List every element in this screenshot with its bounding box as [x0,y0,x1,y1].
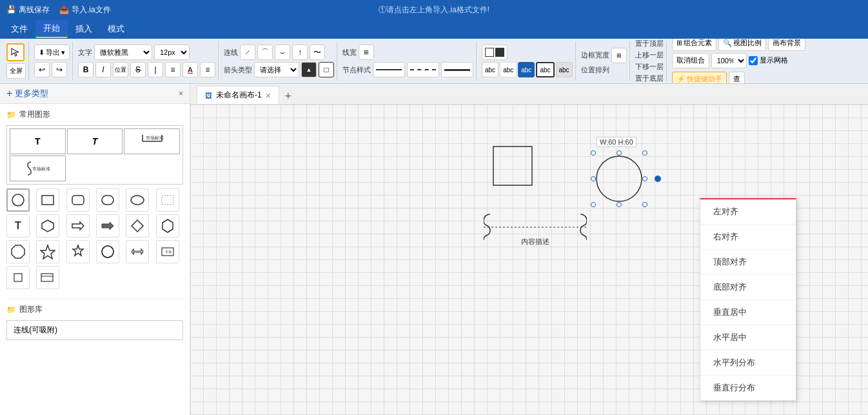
text-style-1[interactable]: abc [482,62,498,77]
conn-line-icon[interactable]: ⟋ [240,45,255,60]
conn-curve2-icon[interactable]: ⌣ [275,45,290,60]
handle-tr[interactable] [642,150,647,156]
tab-close-btn[interactable]: × [266,90,271,101]
font-color-btn[interactable]: A [182,62,198,77]
menu-start[interactable]: 开始 [35,20,68,38]
handle-mr[interactable] [642,176,647,181]
canvas-square[interactable] [490,143,542,195]
handle-bl[interactable] [591,202,596,207]
show-grid-checkbox[interactable] [749,56,758,65]
shape-rect[interactable] [36,188,59,212]
shape-arrow-right-filled[interactable] [96,214,119,238]
shape-arrow-right-outline[interactable] [66,214,90,238]
shape-label[interactable] [36,266,59,289]
handle-br[interactable] [642,202,647,207]
more-types-btn[interactable]: + 更多类型 [6,88,48,99]
text-align-icon[interactable]: ≡ [165,62,181,77]
redo-btn[interactable]: ↪ [52,62,67,77]
shape-star6[interactable] [66,240,90,263]
node-style-solid[interactable] [373,62,405,77]
node-style-thick[interactable] [441,62,473,77]
handle-tl[interactable] [591,150,596,156]
ctx-dist-v[interactable]: 垂直行分布 [700,376,796,400]
canvas-bg-btn[interactable]: 画布背景 [768,39,805,51]
shape-text[interactable]: T [6,214,30,238]
export-btn[interactable]: ⬇ 导出 ▾ [34,45,70,60]
shape-small-process[interactable] [6,266,30,289]
tab-add-btn[interactable]: + [281,88,296,104]
import-button[interactable]: 📥 导入.ia文件 [59,5,111,15]
ctx-left-align[interactable]: 左对齐 [700,199,796,225]
common-section-title[interactable]: 📁 常用图形 [6,109,183,120]
menu-mode[interactable]: 模式 [100,21,132,37]
menu-insert[interactable]: 插入 [68,21,100,37]
handle-tc[interactable] [616,150,622,156]
shape-hexagon2[interactable] [156,214,179,238]
search-btn[interactable]: 查 [729,72,745,85]
conn-wave-icon[interactable]: 〜 [310,45,325,60]
shape-diamond[interactable] [126,214,149,238]
canvas-brace[interactable]: 内容描述 [484,208,587,247]
ungroup-btn[interactable]: 取消组合 [672,53,709,68]
ctx-top-align[interactable]: 顶部对齐 [700,250,796,275]
text-align-right-btn[interactable]: ≡ [200,62,215,77]
handle-bc[interactable] [616,202,622,207]
shape-hexagon[interactable] [36,214,59,238]
text-style-5[interactable]: abc [556,62,573,77]
group-btn[interactable]: ⊞ 组合元素 [672,39,716,51]
italic-btn[interactable]: I [95,62,111,77]
text-underline-btn[interactable]: | [148,62,163,77]
connector-point[interactable] [655,176,661,182]
fill-white-btn[interactable]: □ [319,62,334,77]
conn-curve1-icon[interactable]: ⌒ [257,45,273,60]
shape-ellipse[interactable] [126,188,149,212]
text-shape-item[interactable]: T [10,128,66,154]
shape-process[interactable]: 市场 [156,240,179,263]
bold-btn[interactable]: B [78,62,94,77]
ctx-center-v[interactable]: 垂直居中 [700,300,796,325]
canvas-tab-1[interactable]: 🖼 未命名画布-1 × [197,86,279,104]
panel-close-btn[interactable]: × [179,89,183,98]
menu-file[interactable]: 文件 [3,21,35,37]
shape-rounded-rect2[interactable] [96,188,119,212]
handle-ml[interactable] [591,176,596,181]
canvas[interactable]: W:60 H:60 [190,105,868,415]
save-button[interactable]: 💾 离线保存 [6,5,50,15]
shape-rounded-rect[interactable] [66,188,90,212]
line-color-btn[interactable] [482,45,508,60]
border-width-icon[interactable]: ⊞ [611,48,627,63]
shape-star5[interactable] [36,240,59,263]
node-style-dashed[interactable] [407,62,439,77]
view-ratio-btn[interactable]: 🔍 视图比例 [718,39,766,51]
library-section-title[interactable]: 📁 图形库 [6,304,183,315]
select-tool-btn[interactable] [6,43,25,61]
shape-circle[interactable] [6,188,30,212]
text-style-4[interactable]: abc [536,62,554,77]
ctx-right-align[interactable]: 右对齐 [700,225,796,250]
text-strikethrough-btn[interactable]: S [130,62,146,77]
font-size-select[interactable]: 12px [154,45,190,60]
shape-octagon[interactable] [6,240,30,263]
bracket-shape-item[interactable]: 市场标准 [124,128,180,154]
text-pos-btn[interactable]: 位置 [113,62,128,77]
line-width-icon[interactable]: ⊞ [359,45,374,60]
connector-item[interactable]: 连线(可吸附) [6,320,183,340]
undo-btn[interactable]: ↩ [34,62,50,77]
text-style-3[interactable]: abc [518,62,535,77]
shape-empty[interactable] [156,188,179,212]
shape-octagon2[interactable] [96,240,119,263]
text-italic-item[interactable]: T [67,128,123,154]
shape-arrow-h[interactable] [126,240,149,263]
brace-shape-item[interactable]: 市场标准 [10,156,66,181]
quick-help-btn[interactable]: ⚡ 快捷键助手 [672,72,727,85]
ctx-bottom-align[interactable]: 底部对齐 [700,275,796,300]
fill-color-btn[interactable]: ▲ [301,62,317,77]
arrow-select[interactable]: 请选择 [254,62,299,77]
canvas-circle[interactable] [593,153,645,205]
ctx-dist-h[interactable]: 水平列分布 [700,350,796,376]
text-style-2[interactable]: abc [500,62,517,77]
conn-up-icon[interactable]: ↑ [292,45,308,60]
ratio-select[interactable]: 100% [711,53,747,68]
ctx-center-h[interactable]: 水平居中 [700,325,796,350]
fit-screen-btn[interactable]: 全屏 [6,63,26,79]
